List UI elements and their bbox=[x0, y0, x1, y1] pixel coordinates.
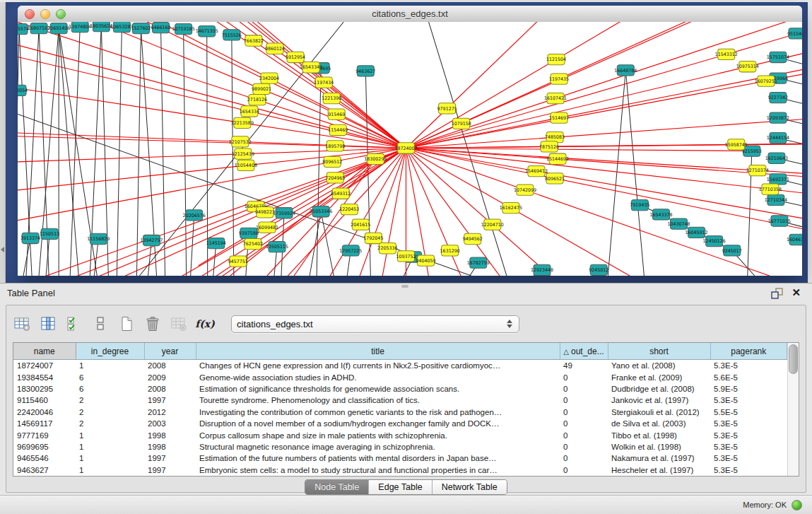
graph-node-yellow[interactable]: 1220453 bbox=[339, 204, 359, 215]
table-mode-button[interactable] bbox=[11, 313, 33, 334]
graph-node-teal[interactable]: 9245017 bbox=[722, 245, 742, 256]
graph-node-teal[interactable]: 12093872 bbox=[767, 112, 789, 123]
graph-node-yellow[interactable]: 9860124 bbox=[265, 43, 285, 54]
graph-node-yellow[interactable]: 16099481 bbox=[256, 222, 278, 233]
network-window-titlebar[interactable]: citations_edges.txt bbox=[18, 6, 802, 23]
graph-node-yellow[interactable]: 11543312 bbox=[715, 49, 738, 59]
graph-node-yellow[interactable]: 12204710 bbox=[481, 219, 504, 230]
graph-node-teal[interactable]: 15692371 bbox=[767, 174, 789, 185]
graph-node-teal[interactable]: 18035624 bbox=[90, 22, 112, 32]
table-row[interactable]: 946362711997Embryonic stem cells: a mode… bbox=[13, 465, 787, 476]
graph-node-yellow[interactable]: 9457751 bbox=[228, 256, 248, 267]
graph-node-yellow[interactable]: 2718126 bbox=[247, 94, 267, 105]
graph-node-yellow[interactable]: 16162475 bbox=[500, 202, 522, 213]
graph-node-teal[interactable]: 14671355 bbox=[196, 26, 218, 37]
graph-node-teal[interactable]: 16782759 bbox=[467, 257, 490, 268]
graph-node-yellow[interactable]: 1197435 bbox=[549, 74, 569, 84]
graph-node-yellow[interactable]: 1514697 bbox=[549, 112, 569, 123]
graph-node-teal[interactable]: 9515462 bbox=[787, 28, 802, 39]
graph-node-teal[interactable]: 16771035 bbox=[768, 216, 791, 226]
graph-node-teal[interactable]: 12444154 bbox=[767, 133, 789, 144]
graph-node-teal[interactable]: 1145194 bbox=[206, 238, 226, 248]
graph-node-teal[interactable]: 17957225 bbox=[339, 245, 362, 256]
graph-node-yellow[interactable]: 1895798 bbox=[325, 141, 345, 151]
graph-node-yellow[interactable]: 16543349 bbox=[300, 62, 322, 73]
graph-node-yellow[interactable]: 1221390 bbox=[322, 93, 341, 103]
close-panel-icon[interactable]: ✕ bbox=[792, 286, 801, 299]
row-height-button[interactable] bbox=[89, 313, 112, 334]
graph-node-yellow[interactable]: 10975314 bbox=[736, 62, 759, 72]
graph-node-teal[interactable]: 1527602 bbox=[131, 23, 151, 34]
row-selection-button[interactable] bbox=[63, 313, 86, 334]
table-row[interactable]: 1872400712008Changes of HCN gene express… bbox=[13, 360, 787, 372]
column-header-title[interactable]: title bbox=[196, 343, 560, 360]
table-scrollbar[interactable] bbox=[787, 343, 799, 476]
graph-node-yellow[interactable]: 18724007 bbox=[394, 143, 417, 153]
graph-node-teal[interactable]: 6466160 bbox=[151, 23, 171, 33]
graph-node-yellow[interactable]: 7875126 bbox=[539, 141, 559, 152]
graph-node-teal[interactable]: 1150513 bbox=[40, 228, 59, 239]
graph-node-yellow[interactable]: 12213589 bbox=[231, 117, 254, 128]
graph-node-teal[interactable]: 25053346 bbox=[310, 206, 332, 217]
function-builder-button[interactable]: f(x) bbox=[194, 313, 216, 334]
graph-node-yellow[interactable]: 2205336 bbox=[377, 243, 397, 254]
network-canvas[interactable]: 2405574168971072069140613974804180356241… bbox=[18, 22, 802, 276]
graph-node-yellow[interactable]: 1154469 bbox=[328, 124, 348, 135]
graph-node-teal[interactable]: 20691406 bbox=[47, 23, 70, 34]
graph-node-yellow[interactable]: 9404059 bbox=[416, 255, 436, 266]
graph-node-yellow[interactable]: 18300295 bbox=[364, 153, 387, 164]
graph-node-teal[interactable]: 16045912 bbox=[686, 227, 708, 238]
scrollbar-thumb[interactable] bbox=[789, 344, 798, 374]
graph-node-teal[interactable]: 3913374 bbox=[20, 233, 40, 243]
graph-node-yellow[interactable]: 2342004 bbox=[259, 73, 279, 83]
graph-node-yellow[interactable]: 11054408 bbox=[235, 160, 257, 170]
graph-node-yellow[interactable]: 8096521 bbox=[545, 173, 565, 184]
tab-node-table[interactable]: Node Table bbox=[305, 480, 368, 494]
graph-node-teal[interactable]: 2663054 bbox=[18, 85, 28, 95]
graph-node-yellow[interactable]: 15469413 bbox=[525, 165, 548, 176]
graph-node-yellow[interactable]: 1792045 bbox=[363, 233, 383, 243]
graph-node-yellow[interactable]: 12710374 bbox=[746, 165, 769, 175]
graph-node-teal[interactable]: 10653287 bbox=[110, 22, 133, 33]
graph-node-yellow[interactable]: 8096512 bbox=[322, 156, 342, 167]
graph-node-yellow[interactable]: 1654334 bbox=[240, 106, 259, 117]
table-select-dropdown[interactable]: citations_edges.txt bbox=[231, 315, 519, 333]
graph-node-yellow[interactable]: 15958745 bbox=[725, 139, 748, 150]
graph-node-teal[interactable]: 15751074 bbox=[767, 52, 789, 62]
table-row[interactable]: 1830029562008Estimation of significance … bbox=[13, 383, 787, 395]
graph-node-yellow[interactable]: 1197434 bbox=[314, 77, 334, 88]
graph-node-teal[interactable]: 7919435 bbox=[630, 199, 649, 210]
graph-node-teal[interactable]: 13942757 bbox=[140, 235, 163, 245]
graph-node-teal[interactable]: 20206576 bbox=[183, 210, 206, 221]
graph-node-yellow[interactable]: 9498223 bbox=[255, 207, 275, 218]
table-row[interactable]: 1938455462009Genome-wide association stu… bbox=[13, 371, 787, 382]
column-header-pagerank[interactable]: pagerank bbox=[710, 343, 787, 360]
column-header-short[interactable]: short bbox=[608, 343, 710, 360]
graph-node-yellow[interactable]: 7663822 bbox=[244, 35, 264, 46]
graph-node-yellow[interactable]: 1631290 bbox=[440, 245, 460, 256]
table-row[interactable]: 1456911722003Disruption of a novel membe… bbox=[13, 418, 787, 429]
graph-node-yellow[interactable]: 2041615 bbox=[351, 219, 370, 230]
graph-node-teal[interactable]: 11156829 bbox=[87, 233, 110, 244]
graph-node-yellow[interactable]: 8549312 bbox=[331, 188, 351, 199]
tab-edge-table[interactable]: Edge Table bbox=[368, 480, 431, 494]
tab-network-table[interactable]: Network Table bbox=[432, 480, 507, 494]
graph-node-yellow[interactable]: 9791275 bbox=[437, 103, 457, 114]
graph-node-yellow[interactable]: 16107421 bbox=[544, 93, 567, 103]
graph-node-teal[interactable]: 10430748 bbox=[667, 218, 690, 229]
graph-node-yellow[interactable]: 12125439 bbox=[232, 148, 254, 159]
graph-node-yellow[interactable]: 7204965 bbox=[325, 173, 345, 183]
graph-node-yellow[interactable]: 1121504 bbox=[546, 54, 566, 64]
column-header-name[interactable]: name bbox=[13, 343, 76, 360]
graph-node-yellow[interactable]: 9899021 bbox=[252, 83, 271, 94]
float-panel-icon[interactable] bbox=[771, 288, 784, 299]
graph-node-teal[interactable]: 7515526 bbox=[222, 30, 242, 40]
column-header-in_degree[interactable]: in_degree bbox=[76, 343, 144, 360]
column-visibility-button[interactable] bbox=[37, 313, 59, 334]
graph-node-yellow[interactable]: 5912954 bbox=[286, 52, 305, 62]
graph-node-yellow[interactable]: 15144692 bbox=[546, 153, 569, 164]
graph-node-teal[interactable]: 12710344 bbox=[765, 194, 787, 205]
graph-node-yellow[interactable]: 10742099 bbox=[514, 185, 536, 195]
graph-node-teal[interactable]: 16543378 bbox=[649, 209, 672, 220]
table-row[interactable]: 969969511998Structural magnetic resonanc… bbox=[13, 441, 787, 452]
